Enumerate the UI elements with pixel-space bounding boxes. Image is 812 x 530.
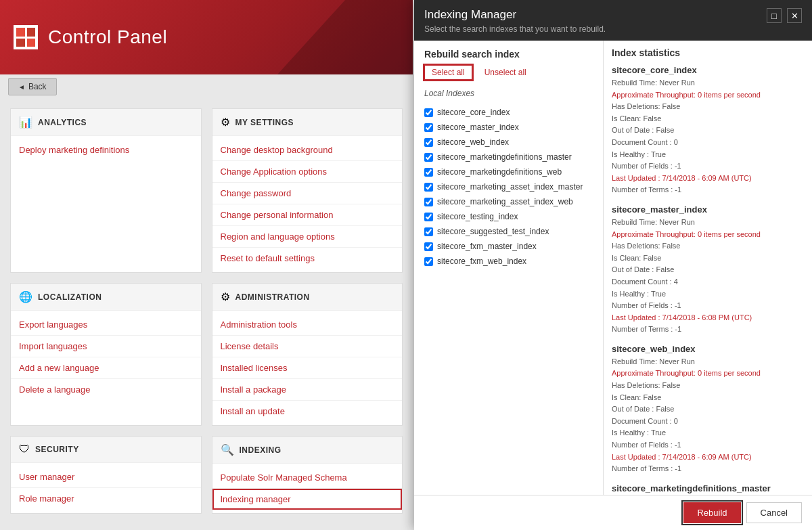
stat-index-name: sitecore_web_index (612, 344, 804, 354)
export-lang-item[interactable]: Export languages (11, 314, 201, 336)
change-password-item[interactable]: Change password (212, 183, 403, 204)
modal-body: Rebuild search index Select all Unselect… (414, 41, 812, 495)
rebuild-button[interactable]: Rebuild (683, 502, 740, 523)
index-checkbox[interactable] (424, 242, 433, 251)
close-button[interactable]: ✕ (787, 8, 802, 23)
rebuild-controls: Select all Unselect all (414, 65, 603, 85)
index-label: sitecore_marketingdefinitions_master (437, 152, 572, 162)
add-lang-item[interactable]: Add a new language (11, 357, 201, 379)
index-label: sitecore_marketingdefinitions_web (437, 167, 562, 177)
region-lang-item[interactable]: Region and language options (212, 226, 403, 248)
page-title: Control Panel (48, 26, 167, 48)
settings-icon: ⚙ (221, 116, 230, 129)
reset-defaults-item[interactable]: Reset to default settings (212, 248, 403, 269)
stat-line: Document Count : 0 (612, 137, 804, 149)
index-checkbox[interactable] (424, 123, 433, 132)
localization-items: Export languages Import languages Add a … (11, 311, 201, 403)
stat-line: Out of Date : False (612, 264, 804, 276)
change-desktop-bg-item[interactable]: Change desktop background (212, 139, 403, 161)
stat-line: Number of Terms : -1 (612, 184, 804, 196)
index-label: sitecore_marketing_asset_index_web (437, 197, 573, 206)
index-item: sitecore_master_index (414, 120, 603, 135)
stat-line: Last Updated : 7/14/2018 - 6:08 PM (UTC) (612, 312, 804, 324)
cp-content: 📊 ANALYTICS Deploy marketing definitions… (0, 102, 413, 530)
import-lang-item[interactable]: Import languages (11, 336, 201, 357)
stat-line: Rebuild Time: Never Run (612, 77, 804, 89)
local-indexes-label: Local Indexes (414, 85, 603, 102)
index-checkbox[interactable] (424, 138, 433, 147)
stat-line: Last Updated : 7/14/2018 - 6:09 AM (UTC) (612, 451, 804, 464)
indexing-header: 🔍 INDEXING (212, 437, 403, 464)
stat-index-name: sitecore_marketingdefinitions_master (612, 483, 804, 493)
administration-header: ⚙ ADMINISTRATION (212, 284, 403, 311)
index-checkbox[interactable] (424, 153, 433, 162)
modal-right-panel: Index statistics sitecore_core_indexRebu… (604, 41, 812, 495)
index-item: sitecore_core_index (414, 105, 603, 120)
stat-line: Number of Terms : -1 (612, 324, 804, 336)
my-settings-items: Change desktop background Change Applica… (212, 136, 403, 272)
installed-licenses-item[interactable]: Installed licenses (212, 357, 403, 379)
modal-subtitle: Select the search indexes that you want … (424, 24, 606, 34)
control-panel-bg: Control Panel Back 📊 ANALYTICS Deploy ma… (0, 0, 413, 530)
back-button[interactable]: Back (8, 78, 57, 95)
localization-section: 🌐 LOCALIZATION Export languages Import l… (10, 283, 202, 426)
stat-line: Document Count : 4 (612, 276, 804, 288)
populate-solr-item[interactable]: Populate Solr Managed Schema (212, 467, 403, 489)
stat-line: Has Deletions: False (612, 380, 804, 392)
localization-title: LOCALIZATION (38, 292, 102, 302)
index-checkbox[interactable] (424, 168, 433, 177)
change-personal-info-item[interactable]: Change personal information (212, 204, 403, 226)
stat-line: Is Healthy : True (612, 427, 804, 439)
index-item: sitecore_suggested_test_index (414, 224, 603, 239)
delete-lang-item[interactable]: Delete a language (11, 379, 201, 400)
rebuild-section-title: Rebuild search index (414, 41, 603, 65)
stat-line: Has Deletions: False (612, 240, 804, 252)
stat-line: Number of Fields : -1 (612, 439, 804, 451)
analytics-section: 📊 ANALYTICS Deploy marketing definitions (10, 108, 202, 273)
administration-title: ADMINISTRATION (235, 292, 310, 302)
deploy-marketing-item[interactable]: Deploy marketing definitions (11, 139, 201, 160)
index-item: sitecore_web_index (414, 135, 603, 150)
license-details-item[interactable]: License details (212, 336, 403, 357)
index-label: sitecore_testing_index (437, 212, 518, 221)
stat-line: Approximate Throughput: 0 items per seco… (612, 368, 804, 380)
change-app-options-item[interactable]: Change Application options (212, 161, 403, 183)
stat-line: Approximate Throughput: 0 items per seco… (612, 229, 804, 241)
localization-header: 🌐 LOCALIZATION (11, 284, 201, 311)
indexing-manager-item[interactable]: Indexing manager (212, 489, 403, 510)
administration-section: ⚙ ADMINISTRATION Administration tools Li… (212, 283, 403, 426)
role-manager-item[interactable]: Role manager (11, 488, 201, 509)
index-checkbox[interactable] (424, 183, 433, 192)
minimize-button[interactable]: □ (767, 8, 782, 23)
administration-icon: ⚙ (221, 290, 230, 303)
indexing-section: 🔍 INDEXING Populate Solr Managed Schema … (212, 436, 403, 514)
index-item: sitecore_marketingdefinitions_master (414, 150, 603, 164)
admin-tools-item[interactable]: Administration tools (212, 314, 403, 336)
stat-line: Number of Terms : -1 (612, 463, 804, 475)
analytics-header: 📊 ANALYTICS (11, 109, 201, 136)
cancel-button[interactable]: Cancel (746, 502, 802, 523)
my-settings-header: ⚙ MY SETTINGS (212, 109, 403, 136)
select-all-button[interactable]: Select all (424, 65, 472, 80)
modal-header-text: Indexing Manager Select the search index… (424, 8, 606, 34)
stat-line: Is Clean: False (612, 113, 804, 125)
stat-line: Approximate Throughput: 0 items per seco… (612, 89, 804, 102)
stats-container: sitecore_core_indexRebuild Time: Never R… (612, 65, 804, 495)
user-manager-item[interactable]: User manager (11, 466, 201, 488)
install-update-item[interactable]: Install an update (212, 401, 403, 422)
index-label: sitecore_web_index (437, 137, 509, 147)
index-item: sitecore_fxm_web_index (414, 254, 603, 269)
index-checkbox[interactable] (424, 198, 433, 206)
index-checkbox[interactable] (424, 213, 433, 221)
sitecore-logo (14, 25, 38, 49)
index-checkbox[interactable] (424, 227, 433, 236)
index-checkbox[interactable] (424, 257, 433, 266)
modal-title: Indexing Manager (424, 8, 606, 22)
unselect-all-button[interactable]: Unselect all (478, 66, 533, 79)
security-title: SECURITY (35, 445, 79, 454)
install-package-item[interactable]: Install a package (212, 379, 403, 401)
index-checkbox[interactable] (424, 108, 433, 117)
indexing-title: INDEXING (240, 445, 281, 455)
stat-line: Number of Fields : -1 (612, 300, 804, 312)
index-list: sitecore_core_indexsitecore_master_index… (414, 102, 603, 495)
